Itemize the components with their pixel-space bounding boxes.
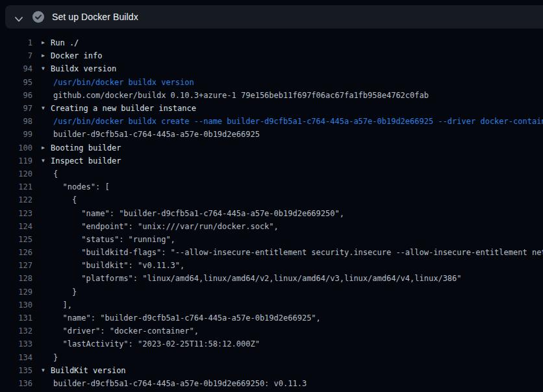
log-line: 121 "nodes": [ bbox=[0, 180, 543, 193]
line-number[interactable]: 130 bbox=[0, 300, 32, 310]
log-line: 128 "platforms": "linux/amd64,linux/amd6… bbox=[0, 272, 543, 285]
log-line: 95/usr/bin/docker buildx version bbox=[0, 76, 543, 89]
line-number[interactable]: 124 bbox=[0, 222, 32, 231]
group-title: Run ./ bbox=[51, 38, 79, 47]
log-group-row[interactable]: 97▼Creating a new builder instance bbox=[0, 102, 543, 115]
log-text: "buildkit": "v0.11.3", bbox=[53, 261, 184, 270]
log-text: builder-d9cfb5a1-c764-445a-a57e-0b19d2e6… bbox=[53, 379, 307, 388]
line-number[interactable]: 99 bbox=[0, 130, 32, 139]
line-number[interactable]: 129 bbox=[0, 288, 32, 297]
arrow-right-icon: ▶ bbox=[42, 145, 51, 151]
log-line: 129 } bbox=[0, 286, 543, 299]
log-text: "platforms": "linux/amd64,linux/amd64/v2… bbox=[53, 274, 462, 283]
line-number[interactable]: 133 bbox=[0, 339, 32, 349]
log-line: 130 ], bbox=[0, 299, 543, 312]
arrow-down-icon: ▼ bbox=[42, 368, 51, 373]
line-number[interactable]: 100 bbox=[0, 143, 32, 153]
line-number[interactable]: 94 bbox=[0, 64, 32, 73]
line-number[interactable]: 123 bbox=[0, 209, 32, 218]
log-output: 1▶Run ./7▶Docker info94▼Buildx version95… bbox=[0, 29, 543, 390]
log-line: 96github.com/docker/buildx 0.10.3+azure-… bbox=[0, 89, 543, 102]
log-text: "endpoint": "unix:///var/run/docker.sock… bbox=[53, 222, 279, 231]
log-text: } bbox=[53, 353, 58, 362]
line-number[interactable]: 97 bbox=[0, 104, 32, 113]
log-line: 126 "buildkitd-flags": "--allow-insecure… bbox=[0, 246, 543, 259]
log-line: 132 "driver": "docker-container", bbox=[0, 325, 543, 337]
log-text: ], bbox=[53, 300, 72, 310]
step-header[interactable]: Set up Docker Buildx bbox=[5, 5, 543, 29]
arrow-right-icon: ▶ bbox=[42, 40, 51, 45]
log-text: "buildkitd-flags": "--allow-insecure-ent… bbox=[53, 248, 543, 257]
log-text: "status": "running", bbox=[53, 235, 175, 244]
log-line: 127 "buildkit": "v0.11.3", bbox=[0, 259, 543, 272]
log-line: 131 "name": "builder-d9cfb5a1-c764-445a-… bbox=[0, 312, 543, 325]
log-line: 134} bbox=[0, 351, 543, 364]
log-group-row[interactable]: 1▶Run ./ bbox=[0, 36, 543, 49]
line-number[interactable]: 120 bbox=[0, 169, 32, 178]
log-line: 99builder-d9cfb5a1-c764-445a-a57e-0b19d2… bbox=[0, 128, 543, 141]
line-number[interactable]: 128 bbox=[0, 274, 32, 283]
group-title: Booting builder bbox=[51, 143, 121, 153]
arrow-down-icon: ▼ bbox=[42, 106, 51, 111]
line-number[interactable]: 122 bbox=[0, 195, 32, 204]
line-number[interactable]: 119 bbox=[0, 156, 32, 165]
line-number[interactable]: 125 bbox=[0, 235, 32, 244]
log-group-row[interactable]: 119▼Inspect builder bbox=[0, 154, 543, 167]
group-title: Docker info bbox=[51, 51, 102, 60]
line-number[interactable]: 136 bbox=[0, 379, 32, 388]
line-number[interactable]: 134 bbox=[0, 353, 32, 362]
line-number[interactable]: 126 bbox=[0, 248, 32, 257]
line-number[interactable]: 121 bbox=[0, 182, 32, 191]
log-text: "name": "builder-d9cfb5a1-c764-445a-a57e… bbox=[53, 313, 321, 323]
line-number[interactable]: 7 bbox=[0, 51, 32, 60]
line-number[interactable]: 96 bbox=[0, 91, 32, 100]
line-number[interactable]: 95 bbox=[0, 78, 32, 87]
line-number[interactable]: 127 bbox=[0, 261, 32, 270]
log-text: { bbox=[53, 169, 58, 178]
log-line: 123 "name": "builder-d9cfb5a1-c764-445a-… bbox=[0, 206, 543, 219]
log-text: "lastActivity": "2023-02-25T11:58:12.000… bbox=[53, 339, 260, 349]
arrow-down-icon: ▼ bbox=[42, 158, 51, 164]
log-group-row[interactable]: 135▼BuildKit version bbox=[0, 364, 543, 377]
group-title: Creating a new builder instance bbox=[51, 104, 196, 113]
log-text: "name": "builder-d9cfb5a1-c764-445a-a57e… bbox=[53, 209, 344, 218]
line-number[interactable]: 132 bbox=[0, 326, 32, 336]
command-text: /usr/bin/docker buildx create --name bui… bbox=[53, 117, 543, 126]
chevron-down-icon[interactable] bbox=[14, 14, 23, 20]
log-text: { bbox=[53, 195, 77, 204]
line-number[interactable]: 98 bbox=[0, 117, 32, 126]
command-text: /usr/bin/docker buildx version bbox=[53, 78, 194, 87]
log-text: github.com/docker/buildx 0.10.3+azure-1 … bbox=[53, 91, 429, 100]
log-line: 120{ bbox=[0, 167, 543, 180]
log-line: 122 { bbox=[0, 193, 543, 206]
log-line: 136builder-d9cfb5a1-c764-445a-a57e-0b19d… bbox=[0, 377, 543, 390]
group-title: BuildKit version bbox=[51, 366, 126, 375]
log-line: 133 "lastActivity": "2023-02-25T11:58:12… bbox=[0, 337, 543, 350]
log-text: } bbox=[53, 288, 77, 297]
line-number[interactable]: 1 bbox=[0, 38, 32, 47]
log-group-row[interactable]: 100▶Booting builder bbox=[0, 141, 543, 154]
group-title: Inspect builder bbox=[51, 156, 121, 165]
log-line: 125 "status": "running", bbox=[0, 233, 543, 246]
arrow-right-icon: ▶ bbox=[42, 53, 51, 58]
log-text: "driver": "docker-container", bbox=[53, 326, 199, 336]
log-group-row[interactable]: 7▶Docker info bbox=[0, 49, 543, 62]
log-line: 124 "endpoint": "unix:///var/run/docker.… bbox=[0, 220, 543, 233]
group-title: Buildx version bbox=[51, 64, 116, 73]
check-circle-icon bbox=[32, 11, 44, 23]
step-title: Set up Docker Buildx bbox=[52, 12, 138, 22]
log-group-row[interactable]: 94▼Buildx version bbox=[0, 62, 543, 75]
log-line: 98/usr/bin/docker buildx create --name b… bbox=[0, 115, 543, 128]
log-text: "nodes": [ bbox=[53, 182, 110, 191]
arrow-down-icon: ▼ bbox=[42, 66, 51, 71]
line-number[interactable]: 131 bbox=[0, 313, 32, 323]
log-text: builder-d9cfb5a1-c764-445a-a57e-0b19d2e6… bbox=[53, 130, 260, 139]
line-number[interactable]: 135 bbox=[0, 366, 32, 375]
